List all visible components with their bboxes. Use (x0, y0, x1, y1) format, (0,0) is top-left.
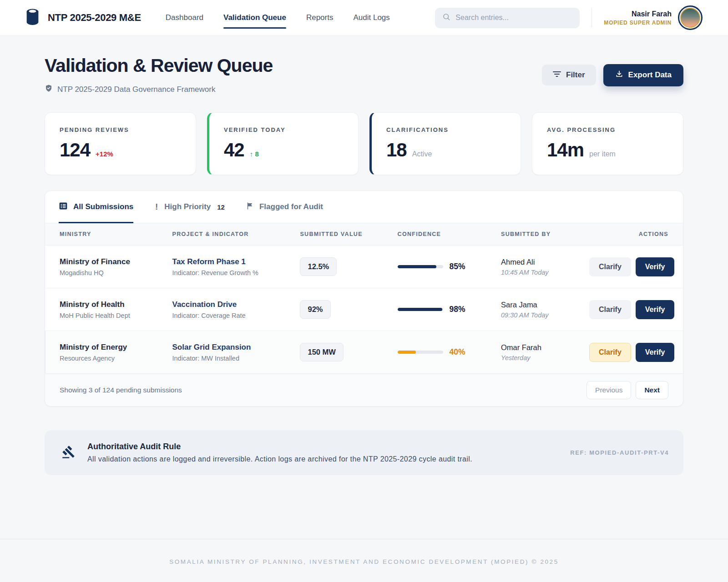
verify-button[interactable]: Verify (636, 257, 675, 276)
filter-button[interactable]: Filter (542, 65, 596, 85)
verify-button[interactable]: Verify (636, 300, 675, 319)
audit-text: Authoritative Audit Rule All validation … (87, 442, 558, 463)
submitted-value-badge: 150 MW (300, 343, 343, 361)
actions-cell: Clarify Verify (589, 300, 674, 319)
column-header-confidence: CONFIDENCE (398, 231, 501, 237)
stat-value: 18 (386, 139, 407, 161)
head-actions: Filter Export Data (542, 64, 683, 86)
avatar-image (680, 8, 700, 28)
audit-rule-body: All validation actions are logged and ir… (87, 455, 558, 463)
tab-high-priority[interactable]: ! High Priority 12 (154, 191, 225, 223)
pagination-summary: Showing 3 of 124 pending submissions (60, 386, 182, 394)
export-data-button[interactable]: Export Data (603, 64, 683, 86)
stat-card-clarifications: CLARIFICATIONS 18 Active (369, 112, 521, 175)
nav-item-audit-logs[interactable]: Audit Logs (353, 13, 389, 22)
tab-flagged-for-audit[interactable]: Flagged for Audit (246, 191, 323, 223)
table-header: MINISTRY PROJECT & INDICATOR SUBMITTED V… (45, 223, 683, 246)
footer-text: SOMALIA MINISTRY OF PLANNING, INVESTMENT… (169, 558, 559, 565)
submitted-time: 10:45 AM Today (501, 269, 589, 276)
submitter-name: Ahmed Ali (501, 258, 589, 266)
stat-sub: Active (412, 150, 432, 158)
download-icon (615, 70, 623, 80)
tab-label: All Submissions (73, 202, 133, 211)
stat-label: CLARIFICATIONS (386, 126, 506, 133)
verify-button[interactable]: Verify (636, 343, 675, 362)
table-row: Ministry of Health MoH Public Health Dep… (45, 288, 683, 331)
avatar[interactable] (678, 5, 703, 30)
tab-all-submissions[interactable]: All Submissions (59, 191, 133, 223)
ministry-cell: Ministry of Energy Resources Agency (60, 343, 172, 362)
shield-check-icon (45, 84, 53, 95)
flag-icon (246, 201, 254, 213)
search-input[interactable] (455, 14, 572, 22)
column-header-ministry: MINISTRY (60, 231, 172, 237)
ministry-name: Ministry of Health (60, 300, 172, 309)
actions-cell: Clarify Verify (589, 257, 674, 276)
next-button[interactable]: Next (636, 381, 668, 399)
confidence-percent: 40% (450, 347, 465, 357)
submitted-time: 09:30 AM Today (501, 311, 589, 319)
stat-card-verified-today: VERIFIED TODAY 42 ↑ 8 (207, 112, 359, 175)
clarify-button[interactable]: Clarify (589, 343, 631, 362)
project-indicator: Indicator: Coverage Rate (172, 312, 300, 319)
stat-value: 124 (60, 139, 90, 161)
topbar-divider (592, 8, 592, 27)
clarify-button[interactable]: Clarify (589, 257, 631, 276)
submitted-by-cell: Ahmed Ali 10:45 AM Today (501, 258, 589, 276)
brand: NTP 2025-2029 M&E (25, 9, 141, 27)
audit-reference: REF: MOPIED-AUDIT-PRT-V4 (570, 449, 669, 456)
project-indicator: Indicator: Revenue Growth % (172, 269, 300, 276)
clarify-button[interactable]: Clarify (589, 300, 631, 319)
confidence-bar (398, 308, 443, 311)
ministry-cell: Ministry of Health MoH Public Health Dep… (60, 300, 172, 319)
nav-item-validation-queue[interactable]: Validation Queue (223, 13, 286, 22)
tab-count-badge: 12 (217, 203, 225, 211)
confidence-percent: 98% (450, 305, 465, 314)
ministry-cell: Ministry of Finance Mogadishu HQ (60, 257, 172, 276)
column-header-actions: ACTIONS (589, 231, 668, 237)
user-role-badge: MOPIED SUPER ADMIN (604, 20, 672, 26)
stat-value: 14m (547, 139, 584, 161)
table-row: Ministry of Finance Mogadishu HQ Tax Ref… (45, 246, 683, 288)
ministry-sub: Mogadishu HQ (60, 269, 172, 276)
gavel-icon (62, 445, 76, 461)
top-navbar: NTP 2025-2029 M&E Dashboard Validation Q… (0, 0, 728, 36)
confidence-bar-fill (398, 351, 416, 354)
list-icon (59, 201, 68, 213)
ministry-name: Ministry of Energy (60, 343, 172, 352)
confidence-bar-fill (398, 308, 442, 311)
stat-label: PENDING REVIEWS (60, 126, 181, 133)
filter-icon (553, 70, 561, 80)
stat-value: 42 (224, 139, 244, 161)
audit-rule-title: Authoritative Audit Rule (87, 442, 558, 452)
confidence-bar (398, 265, 443, 268)
stat-label: VERIFIED TODAY (224, 126, 344, 133)
submitted-value-badge: 12.5% (300, 257, 337, 276)
actions-cell: Clarify Verify (589, 343, 674, 362)
nav-item-dashboard[interactable]: Dashboard (166, 13, 203, 22)
submitted-by-cell: Sara Jama 09:30 AM Today (501, 301, 589, 319)
confidence-cell: 98% (398, 305, 501, 314)
search-box[interactable] (435, 8, 580, 28)
database-logo-icon (25, 9, 40, 27)
submitter-name: Sara Jama (501, 301, 589, 309)
project-name[interactable]: Vaccination Drive (172, 300, 300, 309)
project-name[interactable]: Solar Grid Expansion (172, 343, 300, 352)
previous-button[interactable]: Previous (586, 381, 631, 399)
submitter-name: Omar Farah (501, 343, 589, 352)
ministry-name: Ministry of Finance (60, 257, 172, 266)
column-header-project: PROJECT & INDICATOR (172, 231, 300, 237)
app-title: NTP 2025-2029 M&E (48, 12, 141, 24)
stat-card-pending-reviews: PENDING REVIEWS 124 +12% (45, 112, 196, 175)
stat-delta: ↑ 8 (250, 150, 259, 158)
project-name[interactable]: Tax Reform Phase 1 (172, 257, 300, 266)
exclamation-icon: ! (154, 202, 159, 212)
export-button-label: Export Data (628, 70, 672, 80)
user-meta: Nasir Farah MOPIED SUPER ADMIN (604, 10, 672, 26)
search-icon (442, 13, 450, 23)
submissions-panel: All Submissions ! High Priority 12 Flagg… (45, 191, 683, 406)
main-nav: Dashboard Validation Queue Reports Audit… (166, 13, 390, 22)
nav-item-reports[interactable]: Reports (306, 13, 334, 22)
tab-label: Flagged for Audit (259, 202, 323, 211)
confidence-percent: 85% (450, 262, 465, 271)
